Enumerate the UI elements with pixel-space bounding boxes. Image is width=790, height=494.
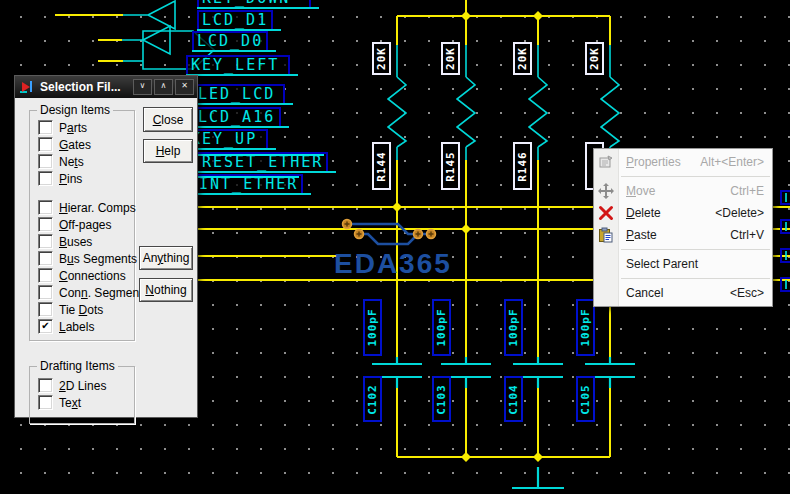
net-label[interactable]: KEY_UP <box>186 129 268 150</box>
menu-item-shortcut: <Delete> <box>715 206 764 220</box>
schematic-canvas[interactable]: EDA365 KEY_DOWNLCD_D1LCD_D0KEY_LEFTLED_L… <box>0 0 790 494</box>
checkbox[interactable] <box>38 217 53 232</box>
checkbox[interactable] <box>38 137 53 152</box>
dialog-titlebar[interactable]: Selection Fil... ∨ ∧ ✕ <box>15 76 197 98</box>
checkbox[interactable] <box>38 120 53 135</box>
checkbox-row-hierar-comps[interactable]: Hierar. Comps <box>38 199 134 216</box>
net-label[interactable]: 'RESET_ETHER <box>186 152 328 173</box>
part-value-label[interactable]: 20K <box>441 42 460 75</box>
checkbox-row-bus-segments[interactable]: Bus Segments <box>38 250 134 267</box>
part-value-label[interactable]: 100pF <box>576 299 595 356</box>
checkbox-row-text[interactable]: Text <box>38 394 134 411</box>
net-label[interactable]: LCD_D1 <box>197 10 273 31</box>
paste-icon <box>594 227 618 243</box>
checkbox-label[interactable]: Pins <box>59 172 82 186</box>
checkbox[interactable] <box>38 285 53 300</box>
checkbox-label[interactable]: Connections <box>59 269 126 283</box>
checkbox-row-pins[interactable]: Pins <box>38 170 134 187</box>
checkbox-label[interactable]: Off-pages <box>59 218 112 232</box>
menu-item-paste[interactable]: PasteCtrl+V <box>594 224 772 246</box>
part-value-label[interactable]: 100pF <box>504 299 523 356</box>
menu-item-shortcut: Ctrl+E <box>730 184 764 198</box>
checkbox-label[interactable]: Buses <box>59 235 92 249</box>
nothing-button[interactable]: Nothing <box>139 278 193 302</box>
checkbox[interactable] <box>38 234 53 249</box>
ground-symbol[interactable] <box>512 467 564 488</box>
part-ref-label-text: R145 <box>444 151 457 182</box>
checkbox-label[interactable]: Text <box>59 396 81 410</box>
checkbox-label[interactable]: Parts <box>59 121 87 135</box>
checkbox[interactable] <box>38 154 53 169</box>
checkbox-row-nets[interactable]: Nets <box>38 153 134 170</box>
part-ref-label-text: R144 <box>375 151 388 182</box>
checkbox-label[interactable]: Tie Dots <box>59 303 103 317</box>
checkbox[interactable] <box>38 395 53 410</box>
menu-item-delete[interactable]: Delete<Delete> <box>594 202 772 224</box>
checkbox[interactable] <box>38 251 53 266</box>
checkbox-row-2d-lines[interactable]: 2D Lines <box>38 377 134 394</box>
part-ref-label-text: C102 <box>366 384 379 415</box>
part-ref-label[interactable]: R145 <box>441 142 460 190</box>
checkbox-row-conn-segments[interactable]: Conn. Segments <box>38 284 134 301</box>
eda365-watermark: EDA365 <box>334 248 452 280</box>
menu-item-label: Delete <box>626 206 661 220</box>
checkbox-label[interactable]: Labels <box>59 320 94 334</box>
part-value-label-text: 100pF <box>579 308 592 346</box>
checkbox-row-parts[interactable]: Parts <box>38 119 134 136</box>
expand-button[interactable]: ∧ <box>154 79 173 95</box>
checkbox-label[interactable]: Nets <box>59 155 84 169</box>
part-value-label[interactable]: 100pF <box>432 299 451 356</box>
menu-item-select-parent[interactable]: Select Parent <box>594 253 772 275</box>
menu-item-label: Cancel <box>626 286 663 300</box>
part-ref-label[interactable]: C103 <box>432 376 451 422</box>
design-items-legend: Design Items <box>37 103 113 117</box>
menu-item-shortcut: Alt+<Enter> <box>700 155 764 169</box>
part-ref-label[interactable]: C105 <box>576 376 595 422</box>
selection-filter-dialog: Selection Fil... ∨ ∧ ✕ Design Items Part… <box>14 75 198 418</box>
checkbox[interactable]: ✔ <box>38 319 53 334</box>
part-value-label[interactable]: 20K <box>372 42 391 75</box>
checkbox[interactable] <box>38 200 53 215</box>
menu-item-cancel[interactable]: Cancel<Esc> <box>594 282 772 304</box>
checkbox-label[interactable]: Gates <box>59 138 91 152</box>
anything-button[interactable]: Anything <box>139 246 193 270</box>
checkbox[interactable] <box>38 268 53 283</box>
checkbox-row-buses[interactable]: Buses <box>38 233 134 250</box>
close-button[interactable]: Close <box>143 107 193 132</box>
part-ref-label[interactable]: C102 <box>363 376 382 422</box>
checkbox-row-connections[interactable]: Connections <box>38 267 134 284</box>
net-label[interactable]: LCD_A16 <box>193 107 281 128</box>
net-label[interactable]: KEY_DOWN <box>197 0 311 9</box>
menu-item-move: MoveCtrl+E <box>594 180 772 202</box>
checkbox-row-off-pages[interactable]: Off-pages <box>38 216 134 233</box>
move-icon <box>594 183 618 199</box>
net-label[interactable]: KEY_LEFT <box>186 55 290 76</box>
checkbox-row-gates[interactable]: Gates <box>38 136 134 153</box>
part-ref-label[interactable]: R146 <box>513 142 532 190</box>
help-button[interactable]: Help <box>143 139 193 163</box>
checkbox[interactable] <box>38 171 53 186</box>
selection-filter-icon <box>19 79 36 95</box>
drafting-items-legend: Drafting Items <box>37 359 118 373</box>
part-value-label-text: 20K <box>375 47 388 70</box>
checkbox-label[interactable]: Hierar. Comps <box>59 201 136 215</box>
part-value-label[interactable]: 20K <box>513 42 532 75</box>
part-ref-label[interactable]: R144 <box>372 142 391 190</box>
net-label[interactable]: LCD_D0 <box>192 31 268 52</box>
part-ref-label[interactable]: C104 <box>504 376 523 422</box>
checkbox[interactable] <box>38 302 53 317</box>
properties-icon <box>594 154 618 170</box>
checkbox-row-labels[interactable]: ✔Labels <box>38 318 134 335</box>
checkbox-label[interactable]: Conn. Segments <box>59 286 148 300</box>
checkbox-label[interactable]: 2D Lines <box>59 379 106 393</box>
part-value-label[interactable]: 100pF <box>363 299 382 356</box>
part-value-label[interactable]: 20K <box>585 42 604 75</box>
net-label[interactable]: LED_LCD <box>193 84 285 105</box>
net-label[interactable]: 'INT_ETHER <box>183 174 303 195</box>
checkbox[interactable] <box>38 378 53 393</box>
collapse-button[interactable]: ∨ <box>133 79 152 95</box>
checkbox-row-tie-dots[interactable]: Tie Dots <box>38 301 134 318</box>
close-window-button[interactable]: ✕ <box>175 79 194 95</box>
checkbox-label[interactable]: Bus Segments <box>59 252 137 266</box>
part-ref-label-text: R146 <box>516 151 529 182</box>
